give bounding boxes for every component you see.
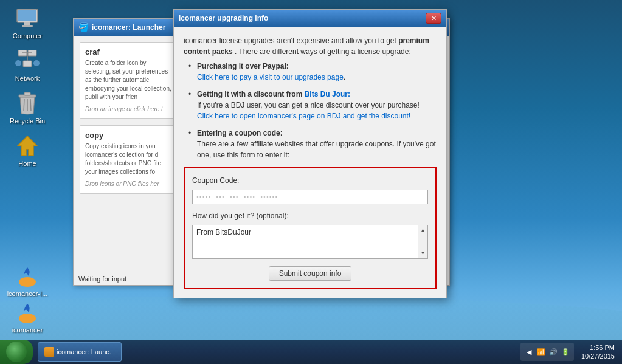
desktop-icon-network[interactable]: Network (6, 49, 49, 82)
svg-point-10 (15, 60, 21, 66)
desktop-icon-computer[interactable]: Computer (6, 6, 49, 39)
home-label: Home (18, 160, 36, 167)
start-orb (6, 342, 27, 362)
bdj-link-title[interactable]: Bits Du Jour: (305, 90, 350, 98)
status-text: Waiting for input (78, 275, 126, 283)
clock: 1:56 PM 10/27/2015 (579, 343, 617, 361)
desktop-icon-group: Computer Network (6, 6, 49, 167)
coupon-how-label: How did you get it? (optional): (192, 210, 428, 221)
submit-coupon-btn[interactable]: Submit coupon info (269, 266, 352, 281)
computer-icon (15, 6, 40, 30)
dialog-intro: icomancer license upgrades aren't expens… (184, 35, 437, 57)
coupon-code-label: Coupon Code: (192, 175, 428, 186)
craft-panel: craf Create a folder icon by selecting, … (80, 42, 177, 119)
desktop-icon-recycle[interactable]: Recycle Bin (6, 91, 49, 125)
scroll-down-arrow[interactable]: ▼ (421, 250, 426, 257)
copy-drop-text: Drop icons or PNG files her (85, 180, 171, 188)
clock-time: 1:56 PM (581, 343, 615, 352)
coupon-box: Coupon Code: How did you get it? (option… (184, 167, 437, 289)
bdj-discount-link[interactable]: Click here to open icomancer's page on B… (197, 112, 410, 120)
taskbar-items: icomancer: Launc... (35, 340, 516, 364)
icomancer-i-icon (15, 264, 40, 288)
icomancer-i-label: icomancer-I... (7, 290, 48, 297)
tray-power-icon[interactable]: 🔋 (561, 347, 570, 357)
bottom-desktop-icons: icomancer-I... icomancer (6, 264, 49, 334)
dialog-close-btn[interactable]: ✕ (426, 13, 441, 24)
svg-rect-2 (24, 22, 30, 25)
desktop: Computer Network (0, 0, 622, 364)
copy-panel: copy Copy existing icons in you icomance… (80, 125, 177, 194)
home-icon (15, 134, 40, 158)
svg-line-16 (30, 99, 31, 111)
svg-rect-3 (22, 25, 33, 27)
svg-point-19 (19, 314, 36, 323)
dialog-content: icomancer license upgrades aren't expens… (174, 27, 446, 298)
svg-point-18 (19, 277, 36, 287)
icomancer-icon (15, 300, 40, 325)
list-item-bdj: Getting it with a discount from Bits Du … (188, 89, 437, 122)
paypal-link[interactable]: Click here to pay a visit to our upgrade… (197, 73, 344, 81)
clock-date: 10/27/2015 (581, 352, 615, 360)
coupon-how-textarea[interactable]: From BitsDuJour (192, 225, 418, 259)
dialog-title: icomancer upgrading info (179, 14, 422, 22)
tray-volume-icon[interactable]: 🔊 (548, 347, 558, 357)
coupon-title: Entering a coupon code: (197, 129, 283, 137)
launcher-left-panel: craf Create a folder icon by selecting, … (80, 42, 177, 194)
copy-text: Copy existing icons in you icomancer's c… (85, 142, 171, 176)
svg-line-14 (24, 99, 24, 111)
desktop-icon-icomancer[interactable]: icomancer (6, 300, 49, 334)
copy-title: copy (85, 131, 171, 140)
taskbar-item-icomancer-icon (44, 347, 54, 357)
dialog-titlebar[interactable]: icomancer upgrading info ✕ (174, 10, 446, 27)
svg-point-11 (33, 60, 40, 66)
craft-title: craf (85, 47, 171, 57)
svg-rect-6 (23, 61, 32, 67)
network-label: Network (15, 75, 40, 82)
icomancer-label: icomancer (12, 326, 43, 334)
textarea-scrollbar: ▲ ▼ (418, 225, 428, 259)
start-button[interactable] (0, 340, 33, 364)
taskbar: icomancer: Launc... ◀ 📶 🔊 🔋 1:56 PM 10/2… (0, 340, 622, 364)
svg-marker-17 (18, 136, 37, 156)
list-item-coupon: Entering a coupon code: There are a few … (188, 128, 437, 160)
paypal-title: Purchasing it over Paypal: (197, 62, 289, 70)
taskbar-right: ◀ 📶 🔊 🔋 1:56 PM 10/27/2015 (516, 343, 622, 361)
recycle-label: Recycle Bin (10, 117, 45, 125)
svg-rect-1 (18, 10, 36, 21)
desktop-icon-home[interactable]: Home (6, 134, 49, 167)
recycle-icon (15, 91, 40, 115)
bdj-title: Getting it with a discount from (197, 90, 305, 98)
upgrade-options-list: Purchasing it over Paypal: Click here to… (188, 61, 437, 160)
network-icon (15, 49, 40, 73)
svg-rect-13 (24, 92, 30, 95)
coupon-code-input[interactable] (192, 190, 428, 204)
craft-text: Create a folder icon by selecting, set y… (85, 59, 171, 101)
upgrade-dialog: icomancer upgrading info ✕ icomancer lic… (173, 9, 447, 298)
system-tray: ◀ 📶 🔊 🔋 (520, 343, 574, 361)
desktop-icon-icomancer-i[interactable]: icomancer-I... (6, 264, 49, 297)
tray-network-icon[interactable]: 📶 (536, 347, 546, 357)
computer-label: Computer (13, 32, 42, 39)
coupon-textarea-wrapper: From BitsDuJour ▲ ▼ (192, 225, 428, 259)
tray-arrow-icon[interactable]: ◀ (524, 347, 534, 357)
launcher-app-icon: 🪣 (78, 22, 88, 32)
scroll-up-arrow[interactable]: ▲ (421, 227, 426, 234)
taskbar-item-label: icomancer: Launc... (57, 348, 115, 355)
taskbar-item-icomancer[interactable]: icomancer: Launc... (38, 342, 122, 362)
list-item-paypal: Purchasing it over Paypal: Click here to… (188, 61, 437, 83)
craft-drop-text: Drop an image or click here t (85, 105, 171, 114)
